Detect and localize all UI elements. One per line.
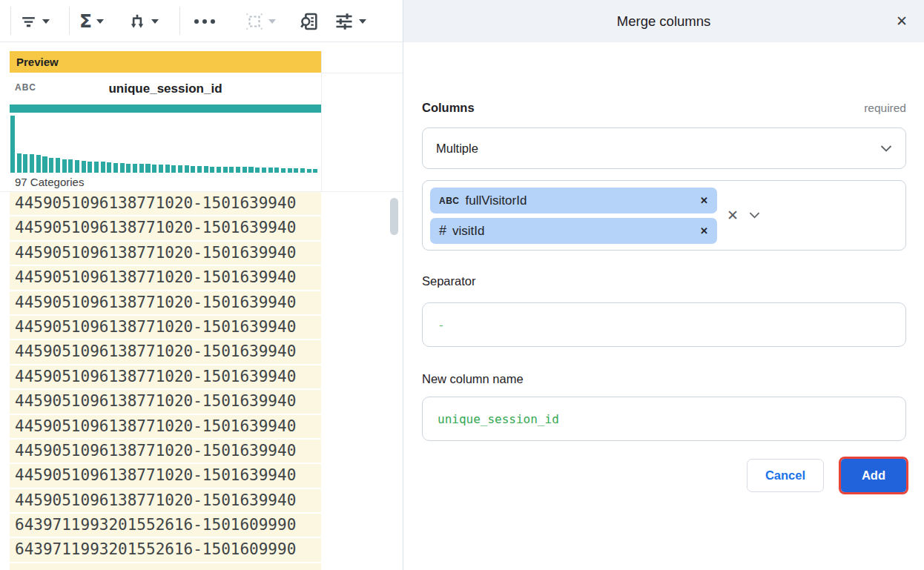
histogram-bar[interactable]: [294, 168, 298, 173]
chevron-down-icon: [151, 19, 159, 24]
histogram-bar[interactable]: [223, 167, 228, 173]
histogram-bar[interactable]: [217, 167, 221, 173]
histogram-bar[interactable]: [23, 154, 27, 173]
histogram-bar[interactable]: [288, 168, 292, 173]
preview-pane: Σ: [0, 0, 403, 570]
histogram-bar[interactable]: [229, 167, 234, 173]
list-item[interactable]: 4459051096138771020-1501639940: [10, 192, 321, 215]
histogram-bar[interactable]: [171, 165, 176, 173]
histogram-bar[interactable]: [120, 163, 125, 173]
histogram-bar[interactable]: [274, 168, 279, 173]
histogram-bar[interactable]: [268, 168, 273, 173]
list-item[interactable]: [10, 563, 321, 570]
histogram-bar[interactable]: [185, 165, 189, 173]
adjust-sliders-button[interactable]: [334, 0, 366, 42]
list-item[interactable]: 4459051096138771020-1501639940: [10, 316, 321, 339]
histogram-bar[interactable]: [313, 169, 317, 173]
histogram-bar[interactable]: [300, 168, 305, 173]
histogram-bar[interactable]: [145, 164, 150, 173]
data-quality-bar[interactable]: [10, 105, 321, 113]
list-item[interactable]: 4459051096138771020-1501639940: [10, 464, 321, 487]
selected-columns: ABC fullVisitorId ✕ # visitId ✕: [430, 188, 717, 244]
column-chip-visitid[interactable]: # visitId ✕: [430, 218, 717, 244]
chevron-down-icon[interactable]: [749, 212, 760, 219]
histogram-bar[interactable]: [42, 156, 47, 173]
histogram-bar[interactable]: [68, 159, 73, 173]
app-window: Σ: [0, 0, 924, 570]
aggregate-button[interactable]: Σ: [79, 0, 104, 42]
histogram-bar[interactable]: [255, 168, 260, 173]
histogram-bar[interactable]: [262, 168, 266, 173]
list-item[interactable]: 6439711993201552616-1501609990: [10, 514, 321, 537]
merge-columns-panel: Merge columns ✕ Columns required Multipl…: [403, 0, 924, 570]
list-item[interactable]: 4459051096138771020-1501639940: [10, 291, 321, 314]
histogram-bar[interactable]: [36, 155, 41, 173]
cancel-button[interactable]: Cancel: [747, 459, 824, 492]
histogram-bar[interactable]: [307, 169, 311, 173]
search-data-button[interactable]: [299, 0, 320, 42]
column-header[interactable]: ABC unique_session_id: [10, 73, 321, 105]
histogram-bar[interactable]: [82, 161, 86, 173]
separator-label: Separator: [422, 274, 475, 288]
histogram-bar[interactable]: [210, 167, 214, 173]
histogram-bar[interactable]: [62, 159, 67, 173]
histogram-bar[interactable]: [113, 163, 118, 173]
histogram-bar[interactable]: [10, 116, 15, 173]
histogram-bar[interactable]: [17, 153, 22, 173]
histogram-bar[interactable]: [204, 166, 208, 173]
add-button[interactable]: Add: [841, 459, 906, 492]
new-column-name-input[interactable]: unique_session_id: [422, 397, 906, 441]
select-cells-button[interactable]: [245, 0, 276, 42]
close-icon[interactable]: ✕: [896, 0, 908, 42]
separator-value: -: [438, 318, 445, 332]
list-item[interactable]: 4459051096138771020-1501639940: [10, 365, 321, 388]
list-item[interactable]: 6439711993201552616-1501609990: [10, 538, 321, 561]
histogram-bar[interactable]: [56, 158, 60, 173]
list-item[interactable]: 4459051096138771020-1501639940: [10, 415, 321, 438]
chevron-down-icon: [359, 19, 366, 24]
histogram-bar[interactable]: [101, 162, 105, 173]
histogram-bar[interactable]: [197, 166, 202, 173]
histogram-bar[interactable]: [165, 165, 170, 173]
number-type-icon: #: [439, 223, 446, 239]
histogram-bar[interactable]: [75, 160, 79, 173]
histogram-bar[interactable]: [94, 162, 99, 173]
more-options-button[interactable]: [194, 0, 215, 42]
histogram-bar[interactable]: [133, 164, 137, 173]
clear-all-icon[interactable]: ✕: [727, 208, 739, 222]
list-item[interactable]: 4459051096138771020-1501639940: [10, 390, 321, 413]
columns-mode-select[interactable]: Multiple: [422, 127, 906, 169]
split-button[interactable]: [128, 0, 159, 42]
histogram-bar[interactable]: [281, 168, 286, 173]
histogram-bar[interactable]: [236, 167, 240, 173]
panel-title: Merge columns: [403, 0, 924, 42]
filter-button[interactable]: [19, 0, 50, 42]
histogram-bar[interactable]: [242, 167, 247, 173]
filter-icon: [19, 12, 38, 30]
remove-chip-icon[interactable]: ✕: [700, 196, 708, 205]
list-item[interactable]: 4459051096138771020-1501639940: [10, 242, 321, 265]
columns-multiselect[interactable]: ABC fullVisitorId ✕ # visitId ✕ ✕: [422, 180, 906, 251]
list-item[interactable]: 4459051096138771020-1501639940: [10, 216, 321, 239]
list-item[interactable]: 4459051096138771020-1501639940: [10, 489, 321, 512]
scrollbar[interactable]: [390, 198, 398, 235]
list-item[interactable]: 4459051096138771020-1501639940: [10, 440, 321, 463]
toolbar-divider: [10, 7, 11, 35]
histogram-bar[interactable]: [88, 162, 92, 173]
histogram-bar[interactable]: [191, 166, 195, 173]
column-chip-fullvisitorid[interactable]: ABC fullVisitorId ✕: [430, 188, 717, 213]
histogram-bar[interactable]: [49, 158, 53, 173]
histogram-bar[interactable]: [126, 164, 131, 173]
histogram-bar[interactable]: [248, 167, 253, 173]
remove-chip-icon[interactable]: ✕: [700, 226, 708, 236]
histogram-bar[interactable]: [30, 154, 34, 173]
histogram-bar[interactable]: [107, 162, 111, 173]
histogram-bar[interactable]: [139, 164, 144, 173]
list-item[interactable]: 4459051096138771020-1501639940: [10, 266, 321, 289]
adjust-sliders-icon: [334, 11, 354, 32]
histogram-bar[interactable]: [159, 165, 163, 173]
histogram-bar[interactable]: [178, 165, 182, 173]
histogram-bar[interactable]: [152, 165, 156, 173]
separator-input[interactable]: -: [422, 302, 906, 347]
list-item[interactable]: 4459051096138771020-1501639940: [10, 340, 321, 363]
